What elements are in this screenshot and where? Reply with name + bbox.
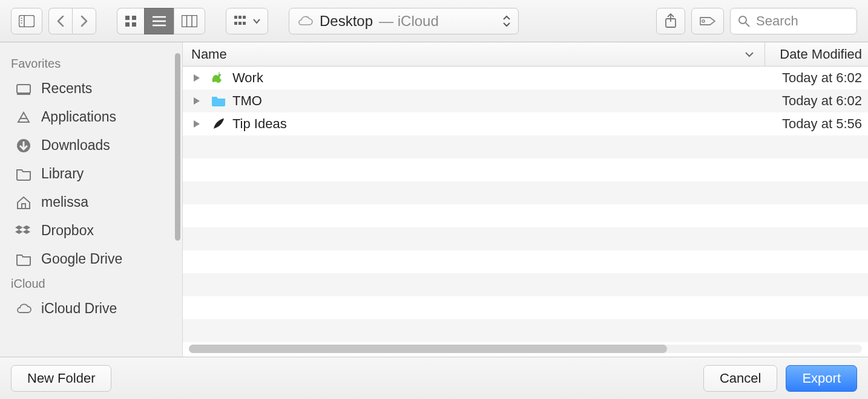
svg-rect-6 (132, 16, 136, 20)
toolbar: Desktop — iCloud Search (0, 0, 868, 42)
svg-rect-17 (243, 16, 246, 19)
svg-rect-15 (234, 16, 237, 19)
search-placeholder: Search (756, 13, 798, 29)
home-icon (15, 195, 33, 210)
file-name: TMO (232, 93, 765, 109)
file-row (183, 250, 868, 273)
view-column-button[interactable] (174, 8, 205, 34)
sidebar-item-label: iCloud Drive (41, 300, 117, 317)
view-list-button[interactable] (144, 8, 174, 34)
file-row (183, 227, 868, 250)
search-field[interactable]: Search (730, 8, 857, 34)
share-icon (664, 13, 677, 29)
sidebar-item-label: Library (41, 166, 84, 182)
sidebar-item-label: Recents (41, 80, 92, 97)
horizontal-scroll-thumb[interactable] (189, 345, 667, 353)
sidebar-item-dropbox[interactable]: Dropbox (0, 216, 182, 245)
file-row (183, 296, 868, 319)
disclosure-triangle-icon[interactable] (194, 97, 205, 105)
sidebar-section-icloud: iCloud (0, 273, 182, 294)
toggle-sidebar-button[interactable] (11, 8, 42, 34)
column-name[interactable]: Name (183, 47, 764, 62)
location-name: Desktop (320, 13, 373, 30)
forward-button[interactable] (72, 8, 96, 34)
svg-rect-20 (243, 22, 246, 25)
file-row[interactable]: TMOToday at 6:02 (183, 89, 868, 112)
group-by-button[interactable] (226, 8, 268, 34)
cloud-icon (15, 303, 33, 315)
sidebar-item-melissa[interactable]: melissa (0, 188, 182, 216)
svg-marker-32 (194, 97, 200, 105)
svg-rect-26 (17, 85, 30, 93)
sidebar-item-label: Applications (41, 109, 116, 125)
chevron-down-icon (253, 18, 260, 24)
list-icon (152, 15, 166, 27)
sort-indicator-icon (745, 51, 754, 57)
svg-rect-30 (22, 204, 25, 209)
svg-line-25 (746, 23, 749, 27)
svg-rect-27 (17, 93, 30, 95)
dropbox-icon (15, 224, 33, 238)
sidebar-item-label: Dropbox (41, 222, 94, 239)
file-date: Today at 6:02 (765, 70, 868, 86)
file-row (183, 158, 868, 181)
stepper-icon (502, 15, 511, 27)
file-rows: WorkToday at 6:02TMOToday at 6:02Tip Ide… (183, 66, 868, 357)
cancel-button[interactable]: Cancel (703, 365, 777, 392)
folder-icon (15, 253, 33, 266)
new-folder-button[interactable]: New Folder (11, 365, 111, 392)
recents-icon (15, 82, 33, 96)
new-folder-label: New Folder (27, 371, 95, 386)
file-row (183, 273, 868, 296)
svg-marker-33 (194, 120, 200, 128)
grid-icon (125, 15, 137, 27)
svg-rect-16 (238, 16, 242, 19)
share-button[interactable] (656, 8, 685, 34)
svg-rect-7 (125, 22, 130, 27)
bluefolder-icon (209, 95, 228, 107)
horizontal-scrollbar[interactable] (189, 345, 862, 353)
sidebar-scrollbar[interactable] (175, 53, 180, 241)
chevron-left-icon (56, 15, 65, 27)
file-row (183, 181, 868, 204)
folder-icon (15, 167, 33, 181)
sidebar-item-google-drive[interactable]: Google Drive (0, 245, 182, 273)
nav-segment (48, 8, 96, 34)
apple-icon (209, 71, 228, 85)
tags-button[interactable] (691, 8, 724, 34)
file-date: Today at 5:56 (765, 116, 868, 132)
sidebar: FavoritesRecentsApplicationsDownloadsLib… (0, 42, 183, 357)
disclosure-triangle-icon[interactable] (194, 74, 205, 82)
cancel-label: Cancel (720, 371, 761, 386)
sidebar-item-label: Google Drive (41, 251, 122, 267)
file-name: Work (232, 70, 765, 86)
location-popup[interactable]: Desktop — iCloud (289, 8, 519, 34)
column-date[interactable]: Date Modified (765, 47, 868, 62)
app-icon (15, 110, 33, 125)
file-name: Tip Ideas (232, 116, 765, 132)
column-name-label: Name (191, 47, 227, 62)
sidebar-item-icloud-drive[interactable]: iCloud Drive (0, 294, 182, 323)
file-row[interactable]: Tip IdeasToday at 5:56 (183, 112, 868, 135)
export-button[interactable]: Export (786, 365, 857, 392)
sidebar-item-recents[interactable]: Recents (0, 74, 182, 103)
download-icon (15, 138, 33, 154)
back-button[interactable] (48, 8, 72, 34)
sidebar-item-library[interactable]: Library (0, 160, 182, 188)
chevron-right-icon (80, 15, 88, 27)
body: FavoritesRecentsApplicationsDownloadsLib… (0, 42, 868, 357)
svg-rect-19 (238, 22, 242, 25)
view-icon-button[interactable] (117, 8, 144, 34)
cloud-icon (297, 15, 314, 27)
file-row[interactable]: WorkToday at 6:02 (183, 66, 868, 89)
columns-icon (182, 15, 197, 27)
svg-rect-5 (125, 16, 130, 20)
sidebar-section-favorites: Favorites (0, 53, 182, 74)
sidebar-item-applications[interactable]: Applications (0, 103, 182, 131)
svg-rect-12 (182, 15, 197, 27)
svg-rect-0 (19, 15, 35, 27)
disclosure-triangle-icon[interactable] (194, 120, 205, 128)
tag-icon (699, 15, 716, 27)
sidebar-item-downloads[interactable]: Downloads (0, 131, 182, 160)
column-date-label: Date Modified (780, 47, 862, 62)
